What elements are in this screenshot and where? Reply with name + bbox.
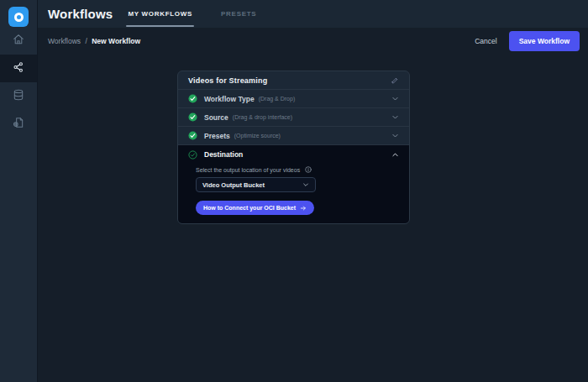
sidebar-nav [0,27,37,138]
workflow-card: Videos for Streaming Workflow Type (Drag… [177,71,410,224]
app-logo-ring-icon [14,13,24,22]
check-circle-icon [188,113,197,122]
cancel-button[interactable]: Cancel [475,37,496,45]
check-circle-outline-icon [188,150,197,160]
output-bucket-selected-value: Video Output Bucket [202,181,265,189]
sidebar-item-storage[interactable] [0,82,37,110]
toolbar: Workflows / New Workflow Cancel Save Wor… [38,28,588,54]
document-sync-icon [13,117,24,132]
step-label: Source [204,113,228,122]
top-header: Workflows MY WORKFLOWS PRESETS [38,0,588,28]
breadcrumb: Workflows / New Workflow [48,37,140,45]
sidebar-item-workflows[interactable] [0,55,37,82]
sidebar-item-jobs[interactable] [0,110,37,138]
chevron-up-icon [391,151,399,159]
info-icon[interactable] [305,166,312,173]
destination-body: Select the output location of your video… [178,164,409,223]
header-tabs: MY WORKFLOWS PRESETS [126,0,283,28]
chevron-down-icon [302,181,309,188]
step-hint: (Drag & drop interface) [233,114,292,120]
accordion-step-presets[interactable]: Presets (Optimize source) [178,127,409,145]
check-circle-icon [188,94,197,103]
app-logo[interactable] [8,7,29,27]
step-label: Destination [204,150,243,159]
how-to-connect-oci-bucket-button[interactable]: How to Connect your OCI Bucket [196,201,314,215]
accordion-step-workflow-type[interactable]: Workflow Type (Drag & Drop) [178,90,409,108]
step-hint: (Optimize source) [234,133,281,139]
cta-label: How to Connect your OCI Bucket [203,205,296,211]
page-title: Workflows [48,7,113,21]
chevron-down-icon [391,95,399,102]
sidebar-item-home[interactable] [0,27,37,55]
step-hint: (Drag & Drop) [259,96,296,102]
accordion-step-source[interactable]: Source (Drag & drop interface) [178,108,409,127]
step-label: Presets [204,132,230,140]
workflow-card-header: Videos for Streaming [178,71,409,90]
breadcrumb-current: New Workflow [92,37,140,45]
output-bucket-select[interactable]: Video Output Bucket [196,177,316,192]
edit-workflow-name-icon[interactable] [391,76,399,84]
tab-presets[interactable]: PRESETS [219,0,258,28]
save-workflow-button[interactable]: Save Workflow [509,31,580,51]
breadcrumb-separator: / [85,37,87,45]
step-label: Workflow Type [204,95,255,103]
output-location-label-row: Select the output location of your video… [196,166,399,173]
breadcrumb-parent[interactable]: Workflows [48,37,81,45]
home-icon [13,34,24,49]
check-circle-icon [188,131,197,140]
workflow-nodes-icon [13,61,24,76]
workflow-name: Videos for Streaming [188,76,391,85]
chevron-down-icon [391,113,399,121]
accordion-step-destination[interactable]: Destination [178,145,409,164]
chevron-down-icon [391,132,399,139]
database-icon [13,89,24,104]
tab-my-workflows[interactable]: MY WORKFLOWS [126,0,194,28]
output-location-label: Select the output location of your video… [196,167,300,173]
accordion-section-destination: Destination Select the output location o… [178,145,409,223]
arrow-right-icon [300,205,307,212]
sidebar [0,0,38,382]
